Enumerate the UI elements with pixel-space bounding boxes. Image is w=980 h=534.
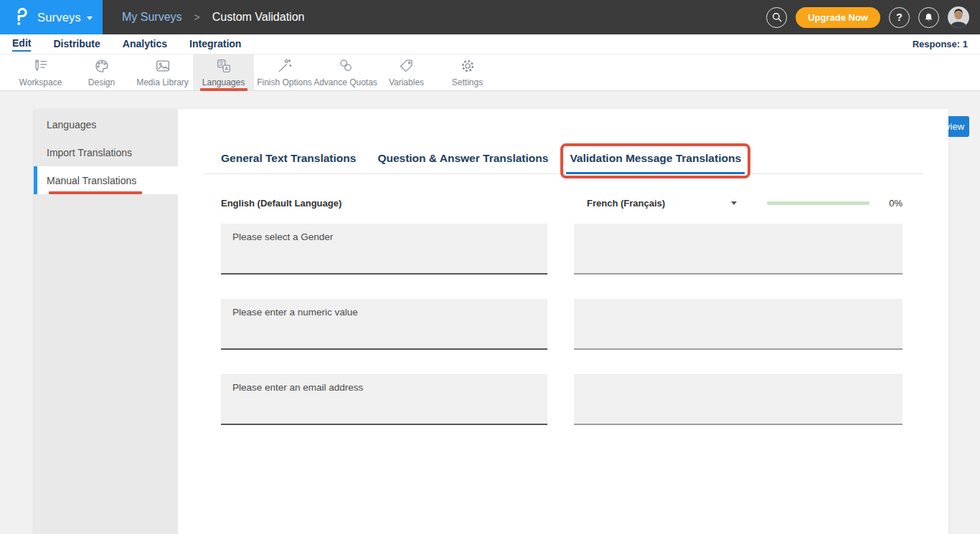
translation-row: Please select a Gender — [221, 224, 903, 275]
edit-toolbar: Workspace Design Media Library 文 A Langu… — [0, 54, 980, 91]
toolbar-design-label: Design — [88, 77, 115, 87]
toolbar-workspace-label: Workspace — [19, 77, 62, 87]
languages-panel: Languages Import Translations Manual Tra… — [34, 109, 948, 534]
toolbar-media-library-label: Media Library — [136, 77, 189, 87]
nav-edit[interactable]: Edit — [12, 37, 31, 52]
notifications-button[interactable] — [918, 7, 939, 28]
toolbar-finish-options[interactable]: Finish Options — [254, 54, 315, 90]
source-text-gender: Please select a Gender — [221, 224, 547, 275]
tab-validation-message-translations[interactable]: Validation Message Translations — [570, 146, 741, 173]
survey-section-nav: Edit Distribute Analytics Integration Re… — [0, 34, 980, 54]
manual-translations-red-annotation — [49, 191, 142, 195]
search-icon — [771, 11, 783, 23]
finish-options-wand-icon — [275, 57, 294, 75]
translation-progress-bar — [767, 201, 870, 205]
bell-icon — [923, 12, 934, 23]
design-palette-icon — [93, 57, 111, 75]
sidebar-item-label: Import Translations — [47, 147, 132, 158]
tab-question-answer-translations[interactable]: Question & Answer Translations — [377, 146, 548, 173]
topbar-actions: Upgrade Now ? — [766, 6, 980, 28]
translation-row: Please enter a numeric value — [221, 299, 903, 350]
upgrade-now-button[interactable]: Upgrade Now — [796, 7, 880, 28]
target-text-input-email[interactable] — [574, 374, 903, 425]
media-library-icon — [154, 57, 172, 75]
variables-tag-icon — [397, 57, 416, 75]
target-language-select[interactable]: French (Français) — [574, 198, 665, 209]
languages-sidebar: Languages Import Translations Manual Tra… — [34, 109, 178, 534]
questionpro-logo-icon — [14, 8, 29, 27]
language-header-row: English (Default Language) French (Franç… — [221, 196, 903, 209]
toolbar-variables[interactable]: Variables — [376, 54, 437, 90]
toolbar-workspace[interactable]: Workspace — [10, 54, 71, 90]
toolbar-languages-label: Languages — [202, 77, 245, 87]
translation-editor: English (Default Language) French (Franç… — [178, 196, 948, 425]
toolbar-settings[interactable]: Settings — [437, 54, 498, 90]
question-mark-icon: ? — [896, 11, 903, 23]
languages-translate-icon: 文 A — [215, 57, 233, 75]
nav-analytics[interactable]: Analytics — [123, 38, 167, 51]
workspace-icon — [32, 57, 50, 75]
toolbar-media-library[interactable]: Media Library — [132, 54, 193, 90]
toolbar-advance-quotas-label: Advance Quotas — [314, 77, 377, 87]
nav-distribute[interactable]: Distribute — [53, 38, 100, 51]
target-text-input-numeric[interactable] — [574, 299, 903, 350]
user-avatar[interactable] — [948, 6, 969, 28]
toolbar-languages[interactable]: 文 A Languages — [193, 54, 254, 90]
breadcrumb-separator: > — [194, 11, 200, 23]
tab-label: Validation Message Translations — [570, 152, 741, 164]
target-language-header: French (Français) 0% — [574, 198, 903, 209]
sidebar-item-label: Manual Translations — [47, 175, 136, 186]
product-switcher[interactable]: Surveys — [0, 0, 103, 34]
search-button[interactable] — [766, 7, 787, 28]
translation-progress-percent: 0% — [884, 198, 903, 209]
avatar-photo — [948, 6, 969, 28]
source-text-numeric: Please enter a numeric value — [221, 299, 547, 350]
translation-row: Please enter an email address — [221, 374, 903, 425]
breadcrumb-my-surveys[interactable]: My Surveys — [122, 11, 182, 24]
sidebar-item-label: Languages — [47, 119, 96, 130]
breadcrumb-survey-name: Custom Validation — [212, 11, 305, 24]
source-language-label: English (Default Language) — [221, 198, 547, 209]
translations-content: General Text Translations Question & Ans… — [178, 109, 948, 534]
tab-general-text-translations[interactable]: General Text Translations — [221, 146, 356, 173]
breadcrumb: My Surveys > Custom Validation — [122, 11, 304, 24]
source-text-email: Please enter an email address — [221, 374, 547, 425]
toolbar-advance-quotas[interactable]: Advance Quotas — [315, 54, 376, 90]
product-name: Surveys — [37, 11, 81, 24]
chevron-down-icon — [87, 16, 93, 20]
sidebar-item-import-translations[interactable]: Import Translations — [34, 138, 178, 166]
advance-quotas-links-icon — [336, 57, 355, 75]
languages-red-annotation — [200, 88, 248, 92]
translation-tabs: General Text Translations Question & Ans… — [203, 146, 923, 174]
settings-gear-icon — [458, 57, 477, 75]
sidebar-item-manual-translations[interactable]: Manual Translations — [34, 166, 178, 194]
nav-integration[interactable]: Integration — [189, 38, 241, 51]
svg-text:A: A — [225, 65, 229, 72]
response-count[interactable]: Response: 1 — [913, 39, 968, 49]
toolbar-settings-label: Settings — [452, 77, 483, 87]
target-text-input-gender[interactable] — [574, 224, 903, 275]
sidebar-item-languages[interactable]: Languages — [34, 110, 178, 138]
toolbar-finish-options-label: Finish Options — [257, 77, 312, 87]
toolbar-design[interactable]: Design — [71, 54, 132, 90]
help-button[interactable]: ? — [889, 7, 910, 28]
toolbar-variables-label: Variables — [389, 77, 424, 87]
active-tab-underline — [566, 172, 745, 174]
top-bar: Surveys My Surveys > Custom Validation U… — [0, 0, 980, 34]
language-select-chevron-icon[interactable] — [731, 201, 737, 205]
